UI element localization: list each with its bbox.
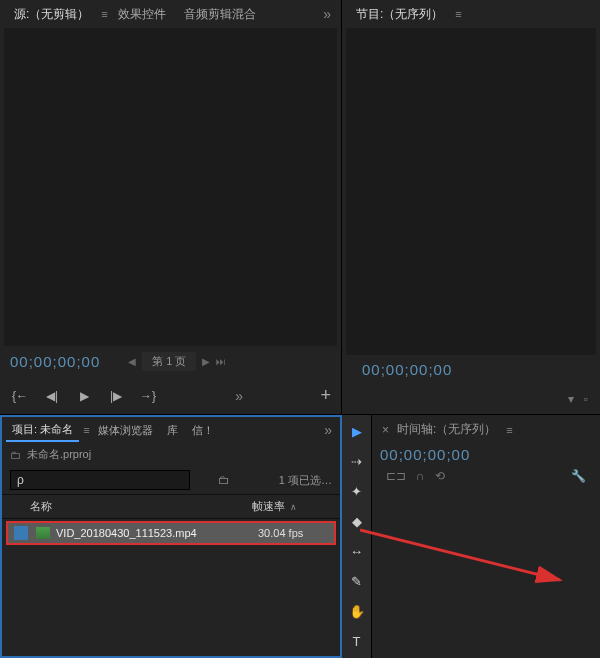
play-icon[interactable]: ▶ bbox=[74, 389, 94, 403]
track-select-tool-icon[interactable]: ⇢ bbox=[347, 451, 367, 471]
tab-info[interactable]: 信！ bbox=[186, 420, 220, 441]
menu-icon[interactable]: ≡ bbox=[506, 424, 512, 436]
project-file-name: 未命名.prproj bbox=[27, 447, 91, 462]
page-nav: ◀ 第 1 页 ▶ ⏭ bbox=[128, 352, 226, 371]
nest-icon[interactable]: ⊏⊐ bbox=[386, 469, 406, 483]
marker-icon[interactable]: ▾ bbox=[568, 392, 574, 406]
program-timecode[interactable]: 00;00;00;00 bbox=[362, 361, 452, 378]
column-fps[interactable]: 帧速率 ∧ bbox=[252, 499, 332, 514]
overflow-icon[interactable]: » bbox=[320, 422, 336, 438]
type-tool-icon[interactable]: T bbox=[347, 631, 367, 651]
bin-icon: 🗀 bbox=[10, 449, 21, 461]
source-timecode[interactable]: 00;00;00;00 bbox=[10, 353, 100, 370]
page-end-icon[interactable]: ⏭ bbox=[216, 356, 226, 367]
search-input[interactable]: ρ bbox=[10, 470, 190, 490]
razor-tool-icon[interactable]: ◆ bbox=[347, 511, 367, 531]
hand-tool-icon[interactable]: ✋ bbox=[347, 601, 367, 621]
source-monitor[interactable] bbox=[4, 28, 337, 346]
source-tab-bar: 源:（无剪辑） ≡ 效果控件 音频剪辑混合 » bbox=[0, 0, 341, 28]
program-panel: 节目:（无序列） ≡ 00;00;00;00 ▾ ▫ bbox=[342, 0, 600, 414]
pen-tool-icon[interactable]: ✎ bbox=[347, 571, 367, 591]
column-header-row: 名称 帧速率 ∧ bbox=[2, 494, 340, 519]
program-tab-bar: 节目:（无序列） ≡ bbox=[342, 0, 600, 28]
timeline-panel: × 时间轴:（无序列） ≡ 00;00;00;00 ⊏⊐ ∩ ⟲ 🔧 bbox=[372, 415, 600, 658]
selection-tool-icon[interactable]: ▶ bbox=[347, 421, 367, 441]
item-fps: 30.04 fps bbox=[258, 527, 328, 539]
overflow-icon[interactable]: » bbox=[319, 6, 335, 22]
sort-arrow-icon: ∧ bbox=[287, 502, 297, 512]
video-clip-icon bbox=[36, 527, 50, 539]
timeline-controls: ⊏⊐ ∩ ⟲ 🔧 bbox=[372, 465, 600, 487]
project-item-row[interactable]: VID_20180430_111523.mp4 30.04 fps bbox=[6, 521, 336, 545]
source-transport: {← ◀| ▶ |▶ →} » + bbox=[0, 377, 341, 414]
column-name[interactable]: 名称 bbox=[10, 499, 252, 514]
snap-icon[interactable]: ∩ bbox=[416, 469, 425, 483]
folder-icon[interactable]: 🗀 bbox=[218, 473, 230, 487]
tab-program[interactable]: 节目:（无序列） bbox=[348, 2, 451, 27]
selection-count: 1 项已选… bbox=[279, 473, 332, 488]
tab-source[interactable]: 源:（无剪辑） bbox=[6, 2, 97, 27]
menu-icon[interactable]: ≡ bbox=[101, 8, 107, 20]
export-frame-icon[interactable]: ▫ bbox=[584, 392, 588, 406]
menu-icon[interactable]: ≡ bbox=[83, 424, 89, 436]
link-icon[interactable]: ⟲ bbox=[435, 469, 445, 483]
menu-icon[interactable]: ≡ bbox=[455, 8, 461, 20]
step-fwd-icon[interactable]: |▶ bbox=[106, 389, 126, 403]
source-panel: 源:（无剪辑） ≡ 效果控件 音频剪辑混合 » 00;00;00;00 ◀ 第 … bbox=[0, 0, 342, 414]
project-file-header: 🗀 未命名.prproj bbox=[2, 443, 340, 466]
mark-out-icon[interactable]: →} bbox=[138, 389, 158, 403]
program-monitor[interactable] bbox=[346, 28, 596, 355]
mark-in-icon[interactable]: {← bbox=[10, 389, 30, 403]
project-tab-bar: 项目: 未命名 ≡ 媒体浏览器 库 信！ » bbox=[2, 417, 340, 443]
tab-effect-controls[interactable]: 效果控件 bbox=[110, 2, 174, 27]
tab-library[interactable]: 库 bbox=[161, 420, 184, 441]
page-prev-icon[interactable]: ◀ bbox=[128, 356, 136, 367]
ripple-tool-icon[interactable]: ✦ bbox=[347, 481, 367, 501]
project-panel: 项目: 未命名 ≡ 媒体浏览器 库 信！ » 🗀 未命名.prproj ρ 🗀 … bbox=[0, 415, 342, 658]
timeline-timecode[interactable]: 00;00;00;00 bbox=[372, 444, 600, 465]
tab-audio-mixer[interactable]: 音频剪辑混合 bbox=[176, 2, 264, 27]
page-next-icon[interactable]: ▶ bbox=[202, 356, 210, 367]
tab-project[interactable]: 项目: 未命名 bbox=[6, 419, 79, 442]
page-label: 第 1 页 bbox=[142, 352, 196, 371]
settings-icon[interactable]: 🔧 bbox=[571, 469, 586, 483]
tools-panel: ▶ ⇢ ✦ ◆ ↔ ✎ ✋ T bbox=[342, 415, 372, 658]
add-button-icon[interactable]: + bbox=[320, 385, 331, 406]
item-name: VID_20180430_111523.mp4 bbox=[56, 527, 258, 539]
tab-media-browser[interactable]: 媒体浏览器 bbox=[92, 420, 159, 441]
slip-tool-icon[interactable]: ↔ bbox=[347, 541, 367, 561]
tab-timeline[interactable]: 时间轴:（无序列） bbox=[397, 421, 496, 438]
item-checkbox[interactable] bbox=[14, 526, 28, 540]
transport-overflow-icon[interactable]: » bbox=[231, 388, 247, 404]
step-back-icon[interactable]: ◀| bbox=[42, 389, 62, 403]
close-icon[interactable]: × bbox=[382, 423, 389, 437]
